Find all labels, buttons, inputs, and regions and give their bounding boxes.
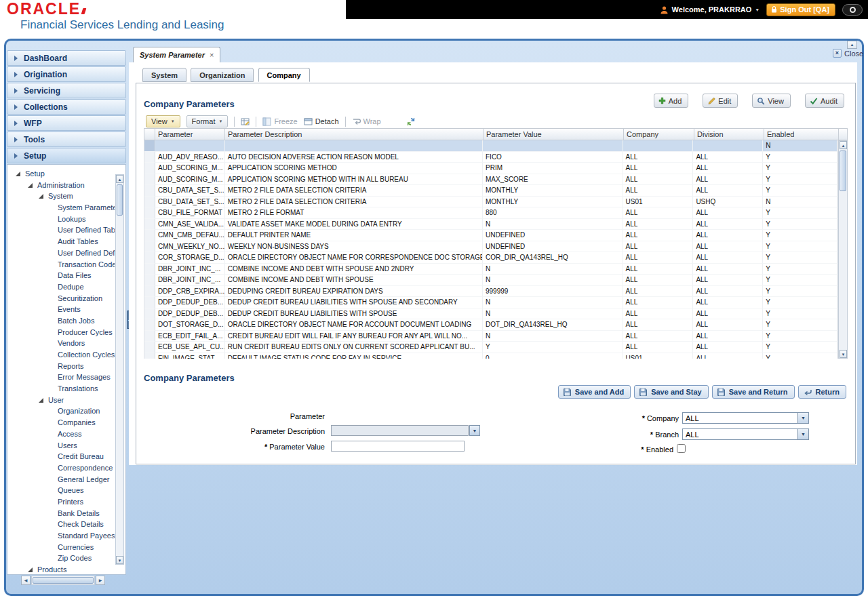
scroll-top-button[interactable]: ▲ (847, 41, 857, 49)
table-row[interactable]: AUD_ADV_REASO...AUTO DECISION ADVERSE AC… (144, 152, 837, 163)
scroll-up-button[interactable]: ▲ (116, 175, 123, 183)
scrollbar-thumb[interactable] (840, 151, 846, 191)
row-header-cell[interactable] (144, 140, 155, 152)
tree-node-data-files[interactable]: Data Files (7, 270, 115, 281)
tree-expand-icon[interactable] (39, 194, 43, 199)
save-and-add-button[interactable]: Save and Add (558, 385, 631, 399)
row-header-cell[interactable] (144, 308, 155, 320)
sidebar-item-tools[interactable]: Tools (7, 132, 126, 147)
parameter-description-lov-button[interactable]: ▼ (469, 425, 480, 436)
sidebar-item-dashboard[interactable]: DashBoard (7, 50, 126, 66)
row-header-cell[interactable] (144, 297, 155, 308)
scroll-down-button[interactable]: ▼ (116, 556, 123, 564)
tree-node-credit-bureau[interactable]: Credit Bureau (7, 451, 115, 462)
tree-node-organization[interactable]: Organization (7, 405, 115, 417)
table-row[interactable]: CBU_DATA_SET_S...METRO 2 FILE DATA SELEC… (144, 185, 837, 197)
row-header-cell[interactable] (144, 174, 155, 186)
tree-node-securitization[interactable]: Securitization (7, 293, 115, 304)
tree-node-error-messages[interactable]: Error Messages (7, 372, 115, 383)
scroll-left-button[interactable]: ◀ (21, 576, 31, 585)
table-row[interactable]: AUD_SCORING_M...APPLICATION SCORING METH… (144, 174, 837, 186)
tab-system[interactable]: System (142, 68, 186, 82)
table-row[interactable]: CBU_DATA_SET_S...METRO 2 FILE DATA SELEC… (144, 197, 837, 208)
tree-node-translations[interactable]: Translations (7, 383, 115, 395)
sidebar-item-origination[interactable]: Origination (7, 66, 126, 82)
column-header-division[interactable]: Division (694, 129, 764, 140)
tree-expand-icon[interactable] (28, 567, 33, 572)
close-tab-icon[interactable]: × (210, 52, 214, 59)
sidebar-item-wfp[interactable]: WFP (7, 115, 126, 131)
table-row[interactable]: DDP_DEDUP_DEB...DEDUP CREDIT BUREAU LIAB… (144, 308, 837, 320)
table-row[interactable]: DOT_STORAGE_D...ORACLE DIRECTORY OBJECT … (144, 319, 837, 331)
table-row[interactable]: FIN_IMAGE_STAT...DEFAULT IMAGE STATUS CO… (144, 353, 837, 359)
tree-expand-icon[interactable] (28, 183, 33, 188)
table-row[interactable]: DDP_DEDUP_DEB...DEDUP CREDIT BUREAU LIAB… (144, 297, 837, 308)
row-header-cell[interactable] (144, 207, 155, 219)
table-row[interactable]: ECB_EDIT_FAIL_A...CREDIT BUREAU EDIT WIL… (144, 331, 837, 342)
tree-node-zip-codes[interactable]: Zip Codes (7, 553, 115, 564)
tree-node-producer-cycles[interactable]: Producer Cycles (7, 327, 115, 338)
row-header-cell[interactable] (144, 219, 155, 231)
table-row[interactable]: N (144, 140, 837, 152)
tree-node-user-defined-tables[interactable]: User Defined Tables (7, 224, 115, 236)
enabled-checkbox[interactable] (677, 444, 686, 453)
parameter-description-input[interactable] (331, 425, 469, 436)
table-row[interactable]: CMN_ASE_VALIDA...VALIDATE ASSET MAKE MOD… (144, 219, 837, 231)
row-header-cell[interactable] (144, 353, 155, 359)
parameter-value-input[interactable] (331, 441, 465, 452)
tab-system-parameter[interactable]: System Parameter × (133, 47, 220, 62)
tree-node-correspondence[interactable]: Correspondence (7, 462, 115, 474)
row-header-cell[interactable] (144, 230, 155, 241)
sidebar-item-collections[interactable]: Collections (7, 99, 126, 115)
tree-node-users[interactable]: Users (7, 440, 115, 452)
row-header-cell[interactable] (144, 331, 155, 342)
row-header-cell[interactable] (144, 152, 155, 163)
row-header-cell[interactable] (144, 264, 155, 275)
view-menu-button[interactable]: View ▼ (146, 115, 180, 127)
add-button[interactable]: Add (654, 94, 689, 108)
table-scrollbar[interactable]: ▲ ▼ (838, 140, 848, 359)
tree-node-system-parameters[interactable]: System Parameters (7, 202, 115, 214)
column-header-parameter-value[interactable]: Parameter Value (484, 129, 624, 140)
tree-node-system[interactable]: System (7, 191, 115, 202)
tree-node-reports[interactable]: Reports (7, 361, 115, 372)
view-button[interactable]: View (752, 94, 791, 108)
tree-node-collection-cycles[interactable]: Collection Cycles (7, 349, 115, 361)
query-by-example-button[interactable] (241, 117, 250, 126)
tree-node-setup[interactable]: Setup (7, 168, 115, 180)
sidebar-item-servicing[interactable]: Servicing (7, 83, 126, 98)
table-row[interactable]: COR_STORAGE_D...ORACLE DIRECTORY OBJECT … (144, 252, 837, 264)
welcome-menu[interactable]: Welcome, PRAKRRAO ▼ (660, 5, 760, 14)
table-row[interactable]: DDP_CRB_EXPIRA...DEDUPING CREDIT BUREAU … (144, 286, 837, 298)
sidebar-item-setup[interactable]: Setup (7, 148, 126, 163)
tree-node-currencies[interactable]: Currencies (7, 542, 115, 553)
column-header-enabled[interactable]: Enabled (764, 129, 839, 140)
tree-node-audit-tables[interactable]: Audit Tables (7, 236, 115, 247)
tree-node-bank-details[interactable]: Bank Details (7, 508, 115, 519)
freeze-button[interactable]: Freeze (262, 117, 297, 126)
table-row[interactable]: ECB_USE_APL_CU...RUN CREDIT BUREAU EDITS… (144, 342, 837, 353)
scroll-right-button[interactable]: ▶ (96, 576, 105, 585)
tree-expand-icon[interactable] (16, 172, 20, 176)
tree-scrollbar[interactable]: ▲ ▼ (115, 174, 124, 565)
tree-node-vendors[interactable]: Vendors (7, 338, 115, 349)
table-row[interactable]: AUD_SCORING_M...APPLICATION SCORING METH… (144, 163, 837, 174)
tree-node-user[interactable]: User (7, 395, 115, 406)
row-header-cell[interactable] (144, 286, 155, 298)
tree-node-events[interactable]: Events (7, 304, 115, 315)
row-header-cell[interactable] (144, 163, 155, 174)
scroll-down-button[interactable]: ▼ (840, 350, 847, 358)
edit-button[interactable]: Edit (703, 94, 738, 108)
table-row[interactable]: CMN_WEEKLY_NO...WEEKLY NON-BUSINESS DAYS… (144, 241, 837, 253)
tree-node-printers[interactable]: Printers (7, 496, 115, 508)
close-button[interactable]: × Close (833, 49, 863, 58)
row-header-cell[interactable] (144, 185, 155, 197)
row-header-cell[interactable] (144, 252, 155, 264)
table-row[interactable]: CBU_FILE_FORMATMETRO 2 FILE FORMAT880ALL… (144, 207, 837, 219)
tree-node-standard-payees[interactable]: Standard Payees (7, 530, 115, 542)
row-header-cell[interactable] (144, 275, 155, 286)
company-select[interactable]: ALL ▼ (682, 412, 809, 424)
tree-node-access[interactable]: Access (7, 428, 115, 440)
audit-button[interactable]: Audit (805, 94, 844, 108)
tree-node-lookups[interactable]: Lookups (7, 214, 115, 225)
